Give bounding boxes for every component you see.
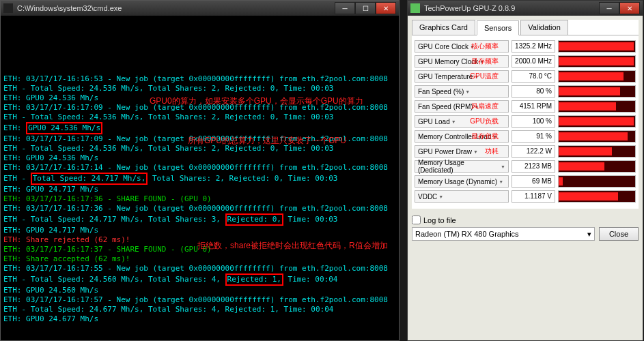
- cmd-line: ETH: GPU0 24.560 Mh/s: [3, 286, 396, 295]
- gpuz-title: TechPowerUp GPU-Z 0.8.9: [424, 4, 599, 12]
- cmd-icon: [3, 3, 13, 13]
- cmd-line: ETH - Total Speed: 24.536 Mh/s, Total Sh…: [3, 113, 396, 122]
- sensor-value: 2123 MB: [512, 160, 555, 173]
- sensor-sparkline: [558, 85, 636, 98]
- log-checkbox-input[interactable]: [412, 216, 421, 224]
- annotation-rejected: 拒绝数，share被拒绝时会出现红色代码，R值会增加: [197, 241, 388, 250]
- cmd-title: C:\Windows\system32\cmd.exe: [17, 4, 335, 12]
- sensor-row: GPU Core Clock核心频率▼1325.2 MHz: [415, 40, 636, 53]
- cmd-line: ETH - Total Speed: 24.717 Mh/s, Total Sh…: [3, 213, 396, 226]
- annotation-gpu0: GPU0的算力，如果安装多个GPU，会显示每个GPU的算力: [150, 96, 363, 106]
- sensor-label[interactable]: VDDC▼: [415, 190, 509, 203]
- sensor-label[interactable]: Fan Speed (RPM)风扇速度▼: [415, 100, 509, 113]
- sensor-sparkline: [558, 40, 636, 53]
- sensor-row: Memory Usage (Dynamic)▼69 MB: [415, 175, 636, 188]
- sensor-label[interactable]: Memory Usage (Dynamic)▼: [415, 175, 509, 188]
- sensor-sparkline: [558, 100, 636, 113]
- sensor-sparkline: [558, 55, 636, 68]
- sensor-row: Fan Speed (%)▼80 %: [415, 85, 636, 98]
- sensor-row: Memory Controller Load显存负载▼91 %: [415, 130, 636, 143]
- cmd-line: ETH: GPU0 24.536 Mh/s: [3, 153, 396, 163]
- cmd-line: ETH - Total Speed: 24.560 Mh/s, Total Sh…: [3, 273, 396, 286]
- cmd-line: ETH: GPU0 24.536 Mh/s: [3, 122, 396, 134]
- sensor-value: 91 %: [512, 130, 555, 143]
- sensor-label[interactable]: GPU TemperatureGPU温度▼: [415, 70, 509, 83]
- sensor-sparkline: [558, 115, 636, 128]
- sensor-value: 78.0 °C: [512, 70, 555, 83]
- sensor-label[interactable]: GPU LoadGPU负载▼: [415, 115, 509, 128]
- gpuz-icon: [410, 3, 420, 13]
- cmd-line: ETH: Share accepted (62 ms)!: [3, 254, 396, 264]
- cmd-output: ETH: 03/17/17-16:16:53 - New job (target…: [1, 16, 399, 340]
- sensor-sparkline: [558, 160, 636, 173]
- cmd-line: ETH - Total Speed: 24.536 Mh/s, Total Sh…: [3, 84, 396, 93]
- tab-validation[interactable]: Validation: [520, 20, 568, 35]
- sensor-row: Memory Usage (Dedicated)▼2123 MB: [415, 160, 636, 173]
- sensor-sparkline: [558, 145, 636, 158]
- sensor-row: GPU Memory Clock显存频率▼2000.0 MHz: [415, 55, 636, 68]
- sensor-value: 69 MB: [512, 175, 555, 188]
- gpuz-minimize-button[interactable]: ─: [599, 2, 619, 14]
- sensor-row: VDDC▼1.1187 V: [415, 190, 636, 203]
- minimize-button[interactable]: ─: [335, 2, 355, 14]
- sensor-value: 80 %: [512, 85, 555, 98]
- cmd-window: C:\Windows\system32\cmd.exe ─ ☐ ✕ ETH: 0…: [0, 0, 400, 341]
- tab-sensors[interactable]: Sensors: [477, 20, 519, 35]
- close-panel-button[interactable]: Close: [599, 227, 639, 241]
- gpuz-sensor-panel: GPU Core Clock核心频率▼1325.2 MHzGPU Memory …: [412, 35, 639, 209]
- annotation-total: 所有GPU的总算力，这里只安装了一个GPU: [188, 136, 346, 145]
- cmd-line: ETH: 03/17/17-16:17:36 - SHARE FOUND - (…: [3, 194, 396, 204]
- sensor-label[interactable]: GPU Power Draw功耗▼: [415, 145, 509, 158]
- sensor-value: 100 %: [512, 115, 555, 128]
- cmd-line: ETH: GPU0 24.717 Mh/s: [3, 226, 396, 235]
- cmd-titlebar[interactable]: C:\Windows\system32\cmd.exe ─ ☐ ✕: [1, 1, 399, 16]
- cmd-line: ETH: 03/17/17-16:17:55 - New job (target…: [3, 264, 396, 273]
- sensor-value: 2000.0 MHz: [512, 55, 555, 68]
- gpuz-window: TechPowerUp GPU-Z 0.8.9 ─ ✕ Graphics Car…: [407, 0, 643, 341]
- sensor-label[interactable]: GPU Core Clock核心频率▼: [415, 40, 509, 53]
- sensor-label[interactable]: Fan Speed (%)▼: [415, 85, 509, 98]
- cmd-line: ETH: 03/17/17-16:17:36 - New job (target…: [3, 204, 396, 213]
- sensor-value: 1325.2 MHz: [512, 40, 555, 53]
- sensor-label[interactable]: Memory Controller Load显存负载▼: [415, 130, 509, 143]
- cmd-line: ETH - Total Speed: 24.536 Mh/s, Total Sh…: [3, 144, 396, 153]
- cmd-line: ETH: GPU0 24.677 Mh/s: [3, 314, 396, 324]
- cmd-line: ETH - Total Speed: 24.717 Mh/s, Total Sh…: [3, 173, 396, 185]
- cmd-line: ETH: 03/17/17-16:17:57 - New job (target…: [3, 295, 396, 305]
- sensor-value: 4151 RPM: [512, 100, 555, 113]
- log-label: Log to file: [423, 216, 456, 224]
- close-button[interactable]: ✕: [376, 2, 396, 14]
- log-to-file-checkbox[interactable]: Log to file: [412, 216, 456, 224]
- cmd-line: ETH: 03/17/17-16:17:14 - New job (target…: [3, 163, 396, 173]
- maximize-button[interactable]: ☐: [355, 2, 376, 14]
- sensor-row: GPU LoadGPU负载▼100 %: [415, 115, 636, 128]
- sensor-label[interactable]: Memory Usage (Dedicated)▼: [415, 160, 509, 173]
- sensor-row: GPU TemperatureGPU温度▼78.0 °C: [415, 70, 636, 83]
- gpuz-tabs: Graphics Card Sensors Validation: [412, 20, 639, 35]
- sensor-label[interactable]: GPU Memory Clock显存频率▼: [415, 55, 509, 68]
- cmd-line: ETH - Total Speed: 24.677 Mh/s, Total Sh…: [3, 305, 396, 314]
- gpuz-titlebar[interactable]: TechPowerUp GPU-Z 0.8.9 ─ ✕: [408, 1, 643, 16]
- cmd-line: ETH: GPU0 24.717 Mh/s: [3, 185, 396, 194]
- sensor-sparkline: [558, 175, 636, 188]
- gpu-select-value: Radeon (TM) RX 480 Graphics: [415, 230, 519, 238]
- tab-graphics-card[interactable]: Graphics Card: [412, 20, 475, 35]
- sensor-row: Fan Speed (RPM)风扇速度▼4151 RPM: [415, 100, 636, 113]
- gpu-select[interactable]: Radeon (TM) RX 480 Graphics ▾: [412, 227, 595, 241]
- sensor-sparkline: [558, 130, 636, 143]
- sensor-sparkline: [558, 70, 636, 83]
- sensor-value: 122.2 W: [512, 145, 555, 158]
- sensor-row: GPU Power Draw功耗▼122.2 W: [415, 145, 636, 158]
- sensor-sparkline: [558, 190, 636, 203]
- cmd-line: ETH: 03/17/17-16:16:53 - New job (target…: [3, 74, 396, 84]
- gpuz-close-button[interactable]: ✕: [619, 2, 640, 14]
- chevron-down-icon: ▾: [587, 230, 591, 239]
- sensor-value: 1.1187 V: [512, 190, 555, 203]
